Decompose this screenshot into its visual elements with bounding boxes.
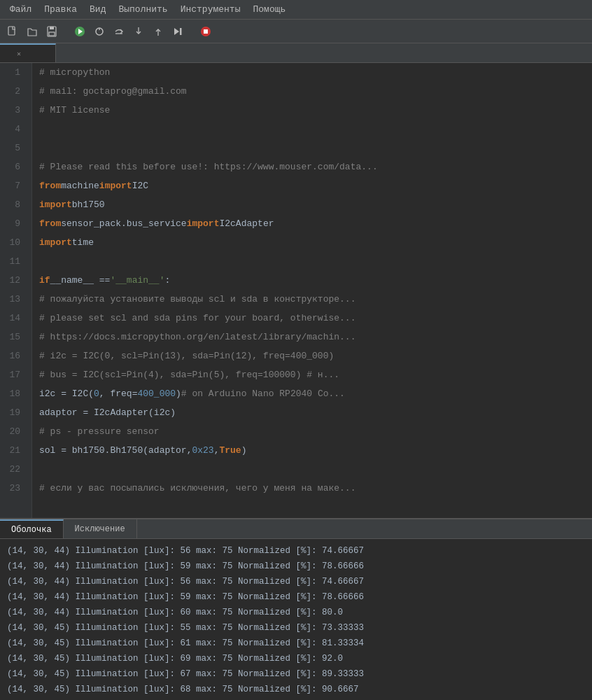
- code-line-2: # mail: goctaprog@gmail.com: [39, 82, 592, 101]
- console-output[interactable]: (14, 30, 44) Illumination [lux]: 56 max:…: [0, 539, 592, 700]
- plain-token: i2c = I2C(: [39, 384, 94, 403]
- comment-token: # Please read this before use!: https://…: [39, 158, 378, 176]
- tabbar: ✕: [0, 43, 592, 63]
- console-line: (14, 30, 45) Illumination [lux]: 61 max:…: [7, 636, 585, 651]
- new-file-button[interactable]: [4, 23, 21, 40]
- console-line: (14, 30, 45) Illumination [lux]: 69 max:…: [7, 651, 585, 666]
- code-line-12: if __name__ == '__main__':: [39, 271, 592, 290]
- code-line-16: # i2c = I2C(0, scl=Pin(13), sda=Pin(12),…: [39, 346, 592, 365]
- svg-rect-3: [49, 32, 55, 36]
- line-number-5: 5: [0, 139, 26, 158]
- console-line: (14, 30, 44) Illumination [lux]: 56 max:…: [7, 543, 585, 559]
- comment-token: # please set scl and sda pins for your b…: [39, 309, 355, 328]
- line-number-10: 10: [0, 233, 26, 252]
- line-number-13: 13: [0, 290, 26, 309]
- comment-token: # ps - pressure sensor: [39, 422, 160, 441]
- bottom-tabs: Оболочка Исключение: [0, 519, 592, 539]
- console-line: (14, 30, 44) Illumination [lux]: 59 max:…: [7, 559, 585, 574]
- console-line: (14, 30, 45) Illumination [lux]: 55 max:…: [7, 620, 585, 636]
- menu-tools[interactable]: Инструменты: [175, 2, 246, 17]
- menu-view[interactable]: Вид: [84, 2, 111, 17]
- code-line-4: [39, 120, 592, 139]
- line-number-15: 15: [0, 328, 26, 346]
- line-number-20: 20: [0, 422, 26, 441]
- plain-token: ): [176, 384, 181, 403]
- comment-token: # MIT license: [39, 101, 110, 120]
- menu-help[interactable]: Помощь: [247, 2, 291, 17]
- svg-rect-2: [50, 27, 54, 29]
- code-line-22: [39, 460, 592, 479]
- svg-rect-0: [8, 27, 15, 35]
- save-file-button[interactable]: [43, 23, 60, 40]
- hex-token: 0x23: [192, 441, 213, 460]
- plain-token: ,: [214, 441, 220, 460]
- code-line-9: from sensor_pack.bus_service import I2cA…: [39, 214, 592, 233]
- code-line-3: # MIT license: [39, 101, 592, 120]
- toolbar: [0, 20, 592, 43]
- code-line-8: import bh1750: [39, 195, 592, 214]
- keyword-token: from: [39, 214, 61, 233]
- stop-button[interactable]: [197, 23, 214, 40]
- svg-marker-11: [174, 28, 179, 35]
- menu-file[interactable]: Файл: [4, 2, 37, 17]
- code-line-23: # если у вас посыпались исключения, чего…: [39, 479, 592, 498]
- code-line-7: from machine import I2C: [39, 176, 592, 195]
- comment-token: # mail: goctaprog@gmail.com: [39, 82, 187, 101]
- line-number-1: 1: [0, 63, 26, 82]
- menu-edit[interactable]: Правка: [38, 2, 83, 17]
- debug-button[interactable]: [91, 23, 108, 40]
- comment-token: # i2c = I2C(0, scl=Pin(13), sda=Pin(12),…: [39, 346, 334, 365]
- keyword-token: import: [39, 233, 72, 252]
- plain-token: sol = bh1750.Bh1750(adaptor,: [39, 441, 192, 460]
- plain-token: :: [164, 271, 170, 290]
- code-area[interactable]: # micropython# mail: goctaprog@gmail.com…: [32, 63, 592, 518]
- code-line-21: sol = bh1750.Bh1750(adaptor, 0x23, True): [39, 441, 592, 460]
- tab-close-icon[interactable]: ✕: [17, 50, 21, 58]
- plain-token: sensor_pack.bus_service: [61, 214, 186, 233]
- line-number-4: 4: [0, 120, 26, 139]
- keyword-token: if: [39, 271, 50, 290]
- line-number-22: 22: [0, 460, 26, 479]
- plain-token: __name__ ==: [50, 271, 111, 290]
- code-line-5: [39, 139, 592, 158]
- bottom-panel: Оболочка Исключение (14, 30, 44) Illumin…: [0, 518, 592, 700]
- menu-run[interactable]: Выполнить: [113, 2, 173, 17]
- keyword-token: import: [39, 195, 72, 214]
- tab-shell[interactable]: Оболочка: [0, 519, 64, 538]
- plain-token: adaptor = I2cAdapter(i2c): [39, 403, 176, 422]
- line-number-19: 19: [0, 403, 26, 422]
- tab-exception[interactable]: Исключение: [64, 519, 137, 538]
- number-token: 0: [94, 384, 99, 403]
- plain-token: I2cAdapter: [219, 214, 274, 233]
- step-into-button[interactable]: [130, 23, 147, 40]
- resume-button[interactable]: [169, 23, 186, 40]
- plain-token: bh1750: [72, 195, 105, 214]
- plain-token: machine: [61, 176, 99, 195]
- keyword-token: from: [39, 176, 61, 195]
- code-line-15: # https://docs.micropython.org/en/latest…: [39, 328, 592, 346]
- line-number-6: 6: [0, 158, 26, 176]
- run-button[interactable]: [71, 23, 88, 40]
- plain-token: time: [72, 233, 94, 252]
- tab-main-py[interactable]: ✕: [0, 43, 56, 62]
- line-number-18: 18: [0, 384, 26, 403]
- console-line: (14, 30, 45) Illumination [lux]: 68 max:…: [7, 682, 585, 697]
- svg-rect-14: [204, 29, 208, 34]
- line-number-12: 12: [0, 271, 26, 290]
- number-token: 400_000: [137, 384, 176, 403]
- step-out-button[interactable]: [150, 23, 167, 40]
- line-number-21: 21: [0, 441, 26, 460]
- line-number-8: 8: [0, 195, 26, 214]
- line-number-23: 23: [0, 479, 26, 498]
- comment-token: # если у вас посыпались исключения, чего…: [39, 479, 355, 498]
- string-token: '__main__': [110, 271, 164, 290]
- step-over-button[interactable]: [111, 23, 127, 40]
- console-line: (14, 30, 44) Illumination [lux]: 59 max:…: [7, 589, 585, 605]
- line-number-9: 9: [0, 214, 26, 233]
- line-number-16: 16: [0, 346, 26, 365]
- comment-token: # micropython: [39, 63, 110, 82]
- open-file-button[interactable]: [24, 23, 41, 40]
- plain-token: I2C: [132, 176, 148, 195]
- comment-token: # https://docs.micropython.org/en/latest…: [39, 328, 355, 346]
- editor: 1234567891011121314151617181920212223 # …: [0, 63, 592, 518]
